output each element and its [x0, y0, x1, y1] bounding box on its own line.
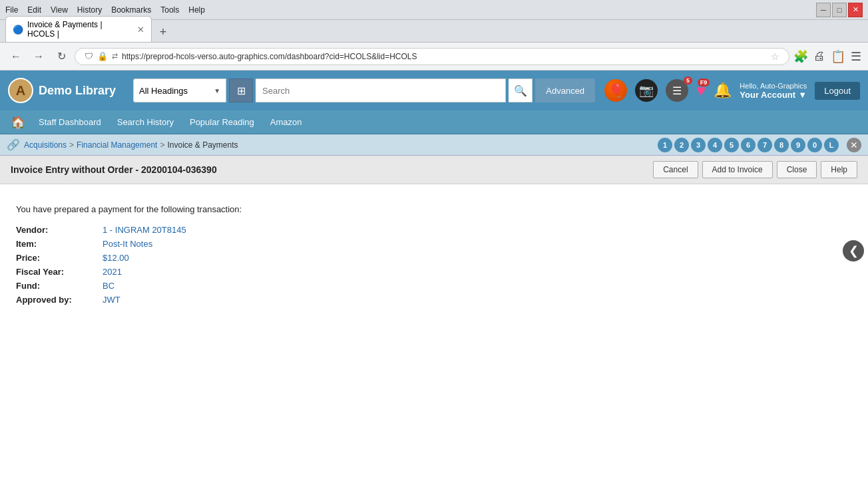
alpha-pill-5[interactable]: 5: [724, 138, 739, 152]
shield-icon: 🛡: [85, 51, 93, 61]
tab-favicon: 🔵: [13, 25, 23, 35]
menu-file[interactable]: File: [5, 5, 18, 15]
breadcrumb-acquisitions[interactable]: Acquisitions: [24, 140, 67, 150]
bell-icon-button[interactable]: 🔔: [714, 82, 732, 99]
invoice-actions: Cancel Add to Invoice Close Help: [653, 161, 857, 178]
star-icon[interactable]: ☆: [771, 51, 779, 62]
app-title: Demo Library: [39, 84, 116, 98]
add-to-invoice-button[interactable]: Add to Invoice: [702, 161, 773, 178]
address-bar[interactable]: 🛡 🔒 ⇄ https://preprod-hcols-verso.auto-g…: [75, 48, 789, 65]
breadcrumb-bar: 🔗 Acquisitions > Financial Management > …: [0, 134, 868, 156]
cancel-button[interactable]: Cancel: [653, 161, 698, 178]
alpha-pill-6[interactable]: 6: [741, 138, 756, 152]
app-header: A Demo Library All Headings ▼ ⊞ 🔍 Advanc…: [0, 71, 868, 110]
invoice-body: You have prepared a payment for the foll…: [0, 184, 868, 325]
heart-icon-button[interactable]: ♥ F9: [696, 81, 706, 100]
home-nav-icon[interactable]: 🏠: [7, 112, 29, 132]
alpha-pill-0[interactable]: 0: [807, 138, 822, 152]
forward-nav-button[interactable]: →: [29, 47, 48, 66]
menu-view[interactable]: View: [51, 5, 68, 15]
account-chevron-icon: ▼: [798, 90, 807, 100]
invoice-header: Invoice Entry without Order - 20200104-0…: [0, 156, 868, 184]
browser-extra-icons: 🧩 🖨 📋 ☰: [793, 49, 861, 64]
breadcrumb-close-button[interactable]: ✕: [847, 138, 861, 152]
breadcrumb-sep-2: >: [160, 140, 164, 150]
alpha-pill-7[interactable]: 7: [758, 138, 772, 152]
balloon-icon-button[interactable]: 🎈: [604, 79, 627, 102]
menu-edit[interactable]: Edit: [27, 5, 41, 15]
approved-by-label: Approved by:: [16, 295, 96, 305]
vendor-label: Vendor:: [16, 225, 96, 235]
fiscal-year-value: 2021: [103, 267, 852, 277]
breadcrumb-financial-management[interactable]: Financial Management: [77, 140, 157, 150]
back-nav-button[interactable]: ←: [7, 47, 25, 66]
menu-history[interactable]: History: [77, 5, 102, 15]
alpha-pills: 1 2 3 4 5 6 7 8 9 0 L: [658, 138, 839, 152]
back-arrow-button[interactable]: ❮: [843, 240, 864, 261]
fund-value: BC: [103, 281, 852, 291]
camera-icon-button[interactable]: 📷: [635, 79, 658, 102]
nav-search-history[interactable]: Search History: [110, 114, 180, 130]
approved-by-value: JWT: [103, 295, 852, 305]
window-controls[interactable]: ─ □ ✕: [816, 3, 863, 17]
new-tab-button[interactable]: +: [154, 23, 172, 41]
search-area: All Headings ▼ ⊞ 🔍 Advanced: [133, 79, 598, 102]
nav-staff-dashboard[interactable]: Staff Dashboard: [32, 114, 108, 130]
app-navbar: 🏠 Staff Dashboard Search History Popular…: [0, 110, 868, 134]
help-button[interactable]: Help: [821, 161, 857, 178]
alpha-pill-8[interactable]: 8: [774, 138, 789, 152]
alpha-pill-9[interactable]: 9: [791, 138, 805, 152]
search-button[interactable]: 🔍: [509, 79, 533, 102]
browser-tab-active[interactable]: 🔵 Invoice & Payments | HCOLS | ✕: [5, 16, 152, 42]
breadcrumb-link-icon: 🔗: [7, 138, 20, 151]
close-button[interactable]: ✕: [848, 3, 863, 17]
logo-text: A: [16, 83, 25, 98]
invoice-title: Invoice Entry without Order - 20200104-0…: [11, 164, 217, 175]
breadcrumb-invoice-payments: Invoice & Payments: [167, 140, 238, 150]
alpha-pill-2[interactable]: 2: [674, 138, 689, 152]
user-info: Hello, Auto-Graphics Your Account ▼: [740, 82, 807, 100]
transaction-summary: You have prepared a payment for the foll…: [16, 204, 852, 214]
tab-label: Invoice & Payments | HCOLS |: [27, 20, 130, 39]
camera-icon: 📷: [635, 79, 658, 102]
price-value: $12.00: [103, 253, 852, 263]
menu-bookmarks[interactable]: Bookmarks: [111, 5, 151, 15]
maximize-button[interactable]: □: [832, 3, 847, 17]
heading-select-label: All Headings: [139, 86, 188, 96]
bell-icon: 🔔: [714, 82, 732, 99]
heart-badge: F9: [698, 79, 710, 86]
screenshot-icon[interactable]: 📋: [831, 49, 845, 64]
header-icons: 🎈 📷 ☰ 5 ♥ F9 🔔 Hello, Auto-Graphics Your…: [604, 79, 860, 102]
chevron-down-icon: ▼: [214, 87, 220, 94]
alpha-pill-3[interactable]: 3: [691, 138, 706, 152]
advanced-search-button[interactable]: Advanced: [535, 79, 595, 102]
item-label: Item:: [16, 239, 96, 249]
minimize-button[interactable]: ─: [816, 3, 831, 17]
app-logo: A: [8, 78, 33, 103]
close-button[interactable]: Close: [777, 161, 817, 178]
user-account-dropdown[interactable]: Your Account ▼: [740, 90, 807, 100]
list-icon-button[interactable]: ☰ 5: [666, 79, 688, 102]
url-text[interactable]: https://preprod-hcols-verso.auto-graphic…: [122, 52, 767, 61]
lock-icon: 🔒: [97, 51, 108, 61]
extensions-icon[interactable]: 🧩: [793, 49, 808, 64]
search-input[interactable]: [256, 79, 506, 102]
nav-popular-reading[interactable]: Popular Reading: [183, 114, 261, 130]
invoice-detail-table: Vendor: 1 - INGRAM 20T8145 Item: Post-It…: [16, 225, 852, 305]
alpha-pill-L[interactable]: L: [824, 138, 839, 152]
database-icon-button[interactable]: ⊞: [229, 79, 253, 102]
alpha-pill-1[interactable]: 1: [658, 138, 672, 152]
menu-tools[interactable]: Tools: [160, 5, 179, 15]
browser-menu[interactable]: File Edit View History Bookmarks Tools H…: [5, 5, 205, 15]
browser-tabbar: 🔵 Invoice & Payments | HCOLS | ✕ +: [0, 20, 868, 43]
menu-icon[interactable]: ☰: [851, 49, 861, 64]
logout-button[interactable]: Logout: [815, 82, 860, 100]
alpha-pill-4[interactable]: 4: [708, 138, 722, 152]
reload-button[interactable]: ↻: [52, 47, 71, 66]
user-account-label: Your Account: [740, 90, 795, 100]
print-icon[interactable]: 🖨: [813, 49, 825, 63]
tab-close-button[interactable]: ✕: [137, 25, 144, 35]
heading-select[interactable]: All Headings ▼: [133, 79, 226, 102]
nav-amazon[interactable]: Amazon: [264, 114, 309, 130]
menu-help[interactable]: Help: [188, 5, 205, 15]
